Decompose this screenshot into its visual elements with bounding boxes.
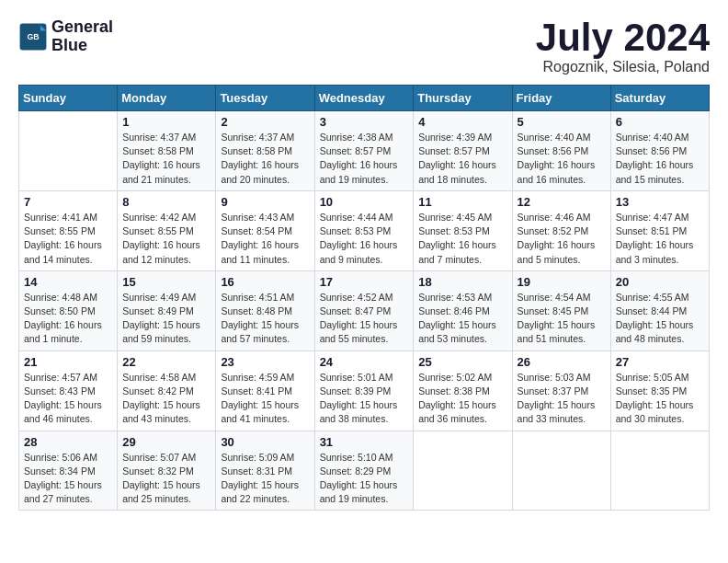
calendar-cell: 31Sunrise: 5:10 AM Sunset: 8:29 PM Dayli…	[314, 431, 414, 511]
calendar-body: 1Sunrise: 4:37 AM Sunset: 8:58 PM Daylig…	[19, 111, 710, 511]
calendar-cell: 30Sunrise: 5:09 AM Sunset: 8:31 PM Dayli…	[216, 431, 314, 511]
calendar-cell: 7Sunrise: 4:41 AM Sunset: 8:55 PM Daylig…	[19, 190, 118, 270]
title-block: July 2024 Rogoznik, Silesia, Poland	[536, 18, 710, 75]
calendar-cell: 19Sunrise: 4:54 AM Sunset: 8:45 PM Dayli…	[512, 270, 610, 350]
day-number: 13	[616, 195, 704, 209]
calendar-cell: 15Sunrise: 4:49 AM Sunset: 8:49 PM Dayli…	[118, 270, 216, 350]
day-number: 2	[221, 115, 309, 129]
day-info: Sunrise: 5:07 AM Sunset: 8:32 PM Dayligh…	[122, 451, 210, 507]
calendar-cell: 20Sunrise: 4:55 AM Sunset: 8:44 PM Dayli…	[610, 270, 709, 350]
calendar-week-4: 21Sunrise: 4:57 AM Sunset: 8:43 PM Dayli…	[19, 350, 710, 431]
calendar-cell: 12Sunrise: 4:46 AM Sunset: 8:52 PM Dayli…	[512, 190, 610, 270]
day-info: Sunrise: 5:03 AM Sunset: 8:37 PM Dayligh…	[518, 371, 606, 427]
day-info: Sunrise: 4:51 AM Sunset: 8:48 PM Dayligh…	[221, 291, 309, 347]
logo-text: General Blue	[51, 18, 113, 55]
day-info: Sunrise: 4:59 AM Sunset: 8:41 PM Dayligh…	[221, 371, 309, 427]
logo: GB General Blue	[18, 18, 113, 55]
day-info: Sunrise: 5:02 AM Sunset: 8:38 PM Dayligh…	[418, 371, 506, 427]
calendar-week-3: 14Sunrise: 4:48 AM Sunset: 8:50 PM Dayli…	[19, 270, 710, 350]
calendar-cell: 28Sunrise: 5:06 AM Sunset: 8:34 PM Dayli…	[19, 431, 118, 511]
day-header-sunday: Sunday	[19, 86, 118, 111]
day-number: 21	[24, 355, 112, 369]
calendar-table: SundayMondayTuesdayWednesdayThursdayFrid…	[18, 85, 710, 511]
day-number: 8	[122, 195, 210, 209]
day-info: Sunrise: 5:10 AM Sunset: 8:29 PM Dayligh…	[320, 451, 409, 507]
day-number: 9	[221, 195, 309, 209]
day-info: Sunrise: 4:53 AM Sunset: 8:46 PM Dayligh…	[418, 291, 506, 347]
day-number: 3	[320, 115, 409, 129]
day-info: Sunrise: 4:38 AM Sunset: 8:57 PM Dayligh…	[320, 131, 409, 187]
month-title: July 2024	[536, 18, 710, 57]
day-number: 26	[518, 355, 606, 369]
day-info: Sunrise: 4:49 AM Sunset: 8:49 PM Dayligh…	[122, 291, 210, 347]
day-info: Sunrise: 5:09 AM Sunset: 8:31 PM Dayligh…	[221, 451, 309, 507]
day-header-wednesday: Wednesday	[314, 86, 414, 111]
day-number: 25	[418, 355, 506, 369]
logo-icon: GB	[18, 22, 48, 52]
day-number: 22	[122, 355, 210, 369]
calendar-week-1: 1Sunrise: 4:37 AM Sunset: 8:58 PM Daylig…	[19, 111, 710, 191]
calendar-cell: 4Sunrise: 4:39 AM Sunset: 8:57 PM Daylig…	[414, 111, 512, 191]
day-number: 16	[221, 275, 309, 289]
day-info: Sunrise: 4:37 AM Sunset: 8:58 PM Dayligh…	[221, 131, 309, 187]
day-number: 19	[518, 275, 606, 289]
day-info: Sunrise: 4:48 AM Sunset: 8:50 PM Dayligh…	[24, 291, 112, 347]
day-info: Sunrise: 4:57 AM Sunset: 8:43 PM Dayligh…	[24, 371, 112, 427]
day-info: Sunrise: 4:42 AM Sunset: 8:55 PM Dayligh…	[122, 211, 210, 267]
day-number: 31	[320, 435, 409, 449]
page-header: GB General Blue July 2024 Rogoznik, Sile…	[18, 18, 710, 75]
day-number: 23	[221, 355, 309, 369]
day-number: 20	[616, 275, 704, 289]
day-header-monday: Monday	[118, 86, 216, 111]
day-header-saturday: Saturday	[610, 86, 709, 111]
calendar-cell: 29Sunrise: 5:07 AM Sunset: 8:32 PM Dayli…	[118, 431, 216, 511]
day-number: 1	[122, 115, 210, 129]
day-number: 27	[616, 355, 704, 369]
calendar-cell: 3Sunrise: 4:38 AM Sunset: 8:57 PM Daylig…	[314, 111, 414, 191]
calendar-cell: 17Sunrise: 4:52 AM Sunset: 8:47 PM Dayli…	[314, 270, 414, 350]
day-number: 24	[320, 355, 409, 369]
calendar-cell: 24Sunrise: 5:01 AM Sunset: 8:39 PM Dayli…	[314, 350, 414, 431]
day-header-friday: Friday	[512, 86, 610, 111]
day-number: 7	[24, 195, 112, 209]
calendar-cell: 9Sunrise: 4:43 AM Sunset: 8:54 PM Daylig…	[216, 190, 314, 270]
calendar-cell: 5Sunrise: 4:40 AM Sunset: 8:56 PM Daylig…	[512, 111, 610, 191]
calendar-cell: 10Sunrise: 4:44 AM Sunset: 8:53 PM Dayli…	[314, 190, 414, 270]
calendar-cell: 21Sunrise: 4:57 AM Sunset: 8:43 PM Dayli…	[19, 350, 118, 431]
calendar-cell: 23Sunrise: 4:59 AM Sunset: 8:41 PM Dayli…	[216, 350, 314, 431]
svg-text:GB: GB	[27, 32, 39, 41]
day-info: Sunrise: 4:44 AM Sunset: 8:53 PM Dayligh…	[320, 211, 409, 267]
day-info: Sunrise: 5:05 AM Sunset: 8:35 PM Dayligh…	[616, 371, 704, 427]
day-number: 30	[221, 435, 309, 449]
day-info: Sunrise: 4:43 AM Sunset: 8:54 PM Dayligh…	[221, 211, 309, 267]
day-info: Sunrise: 4:41 AM Sunset: 8:55 PM Dayligh…	[24, 211, 112, 267]
calendar-cell: 13Sunrise: 4:47 AM Sunset: 8:51 PM Dayli…	[610, 190, 709, 270]
calendar-cell: 8Sunrise: 4:42 AM Sunset: 8:55 PM Daylig…	[118, 190, 216, 270]
calendar-cell: 2Sunrise: 4:37 AM Sunset: 8:58 PM Daylig…	[216, 111, 314, 191]
day-number: 17	[320, 275, 409, 289]
calendar-cell: 27Sunrise: 5:05 AM Sunset: 8:35 PM Dayli…	[610, 350, 709, 431]
day-number: 14	[24, 275, 112, 289]
day-number: 29	[122, 435, 210, 449]
day-number: 11	[418, 195, 506, 209]
day-info: Sunrise: 4:54 AM Sunset: 8:45 PM Dayligh…	[518, 291, 606, 347]
day-info: Sunrise: 4:47 AM Sunset: 8:51 PM Dayligh…	[616, 211, 704, 267]
day-number: 10	[320, 195, 409, 209]
calendar-week-2: 7Sunrise: 4:41 AM Sunset: 8:55 PM Daylig…	[19, 190, 710, 270]
calendar-cell	[512, 431, 610, 511]
calendar-cell: 22Sunrise: 4:58 AM Sunset: 8:42 PM Dayli…	[118, 350, 216, 431]
day-number: 6	[616, 115, 704, 129]
calendar-cell: 6Sunrise: 4:40 AM Sunset: 8:56 PM Daylig…	[610, 111, 709, 191]
day-number: 4	[418, 115, 506, 129]
day-info: Sunrise: 4:39 AM Sunset: 8:57 PM Dayligh…	[418, 131, 506, 187]
day-info: Sunrise: 5:01 AM Sunset: 8:39 PM Dayligh…	[320, 371, 409, 427]
day-info: Sunrise: 4:52 AM Sunset: 8:47 PM Dayligh…	[320, 291, 409, 347]
day-number: 15	[122, 275, 210, 289]
calendar-cell: 16Sunrise: 4:51 AM Sunset: 8:48 PM Dayli…	[216, 270, 314, 350]
calendar-cell	[414, 431, 512, 511]
day-info: Sunrise: 4:40 AM Sunset: 8:56 PM Dayligh…	[616, 131, 704, 187]
day-info: Sunrise: 4:40 AM Sunset: 8:56 PM Dayligh…	[518, 131, 606, 187]
calendar-week-5: 28Sunrise: 5:06 AM Sunset: 8:34 PM Dayli…	[19, 431, 710, 511]
calendar-cell	[19, 111, 118, 191]
location: Rogoznik, Silesia, Poland	[536, 59, 710, 75]
